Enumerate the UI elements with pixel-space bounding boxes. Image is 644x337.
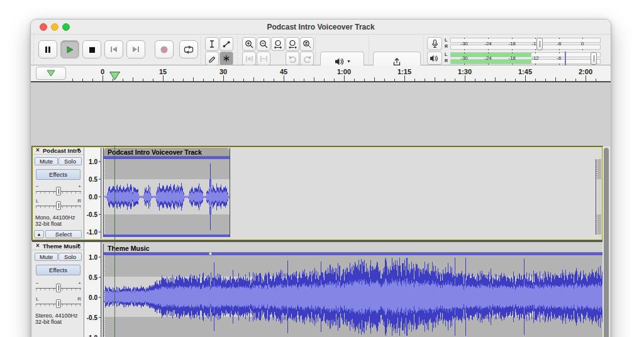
toolbar-gripper[interactable] [237, 36, 240, 64]
trim-audio-button[interactable] [242, 52, 256, 65]
fit-selection-icon [274, 40, 283, 49]
redo-button[interactable] [300, 52, 314, 65]
meter-scale-tick [535, 64, 536, 65]
solo-button[interactable]: Solo [58, 157, 82, 165]
zoom-out-button[interactable] [257, 37, 270, 51]
pan-slider[interactable]: L R [36, 296, 81, 309]
vertical-scrollbar-thumb[interactable] [604, 148, 609, 337]
gain-slider[interactable]: − + [36, 280, 81, 293]
gain-plus-label: + [78, 280, 81, 286]
toolbar-gripper[interactable] [423, 36, 426, 64]
clip-title[interactable]: Podcast Intro Voiceover Track [104, 148, 230, 157]
playback-meter-button[interactable] [427, 52, 442, 65]
zoom-toggle-button[interactable] [300, 37, 314, 51]
clip-left-edge-handle[interactable] [104, 255, 105, 337]
mute-button[interactable]: Mute [35, 253, 58, 261]
clip-podcast-intro[interactable]: Podcast Intro Voiceover Track [103, 148, 230, 237]
vertical-ruler-theme-music[interactable]: 1.00.50.0-0.5-1.01.00.50.0 [84, 242, 101, 337]
toolbar-gripper[interactable] [33, 36, 36, 64]
pan-slider[interactable]: L R [36, 198, 81, 211]
play-button[interactable] [60, 40, 79, 58]
clip-theme-music[interactable]: Theme Music [103, 244, 602, 337]
close-track-button[interactable]: × [34, 146, 42, 154]
effects-button[interactable]: Effects [36, 265, 80, 275]
vertical-ruler-tick [99, 179, 101, 180]
waveform-podcast-intro[interactable] [104, 159, 230, 235]
stop-button[interactable] [82, 40, 101, 58]
toolbar-gripper[interactable] [315, 36, 318, 64]
timeline-ruler[interactable]: 01530451:001:151:301:452:00 [31, 65, 611, 82]
waveform-theme-music-left[interactable] [104, 255, 602, 337]
record-meter-button[interactable] [427, 37, 442, 50]
record-button[interactable] [155, 40, 174, 58]
timeline-pin-button[interactable] [36, 67, 66, 80]
selection-tool-button[interactable] [205, 37, 219, 51]
vertical-ruler-label: 1.0 [89, 254, 97, 261]
track-name[interactable]: Theme Music [43, 243, 80, 250]
play-icon [65, 45, 75, 55]
clip-envelope-top[interactable] [104, 253, 602, 255]
timeline-tick [586, 75, 586, 81]
timeline-tick [284, 75, 284, 81]
title-bar: Podcast Intro Voiceover Track [31, 19, 611, 35]
fit-project-button[interactable] [286, 37, 299, 51]
meter-scale-tick [464, 38, 465, 39]
timeline-tick [334, 79, 335, 81]
zoom-in-button[interactable] [242, 37, 256, 51]
select-track-button[interactable]: Select [45, 230, 82, 238]
pause-button[interactable] [38, 40, 57, 58]
mute-button[interactable]: Mute [35, 157, 58, 165]
vertical-ruler-tick [99, 297, 101, 298]
pan-slider-thumb[interactable] [56, 201, 61, 210]
pan-slider-thumb[interactable] [56, 299, 61, 308]
collapse-track-button[interactable]: ▲ [34, 230, 44, 238]
loop-button[interactable] [179, 40, 198, 58]
timeline-label: 1:00 [337, 68, 351, 75]
undo-button[interactable] [286, 52, 299, 65]
effects-button[interactable]: Effects [36, 169, 80, 180]
timeline-tick [153, 79, 153, 81]
meter-scale-label: -30 [460, 41, 468, 47]
playback-meter[interactable]: L R -30-24-18-12-6 [445, 52, 601, 65]
clip-envelope-top[interactable] [104, 157, 230, 159]
timeline-label: 30 [219, 68, 227, 75]
playhead-marker[interactable] [109, 71, 121, 81]
toolbar-gripper[interactable] [369, 36, 372, 64]
track-menu-icon[interactable]: ▼ [76, 243, 81, 248]
fit-selection-button[interactable] [271, 37, 285, 51]
gain-slider-thumb[interactable] [56, 187, 61, 196]
clip-left-edge-handle[interactable] [104, 159, 105, 235]
track-menu-icon[interactable]: ▼ [76, 147, 81, 153]
timeline-tick [344, 75, 345, 81]
clip-left-edge-handle[interactable] [596, 159, 597, 235]
toolbar-gripper[interactable] [201, 36, 204, 64]
clip-envelope-bottom[interactable] [104, 235, 230, 237]
record-volume-slider[interactable] [536, 38, 543, 50]
envelope-tool-button[interactable] [219, 37, 233, 51]
skip-to-start-button[interactable] [104, 40, 123, 58]
zoom-out-icon [259, 40, 269, 49]
record-meter[interactable]: L R -30-24-18-12-60 [445, 37, 601, 51]
playback-volume-slider[interactable] [591, 52, 597, 65]
meter-scale-tick [512, 38, 513, 39]
gain-slider[interactable]: − + [36, 184, 81, 196]
gain-slider-thumb[interactable] [56, 284, 61, 292]
clip-title[interactable]: Theme Music [104, 244, 602, 253]
trim-audio-icon [245, 54, 254, 64]
clip-partial-right[interactable] [596, 159, 602, 235]
silence-audio-button[interactable] [257, 52, 270, 65]
timeline-tick [535, 79, 536, 81]
undo-icon [288, 54, 297, 64]
vertical-ruler-podcast-intro[interactable]: 1.00.50.0-0.5-1.0 [84, 146, 101, 240]
close-track-button[interactable]: × [34, 242, 42, 250]
vertical-scrollbar[interactable] [602, 146, 610, 337]
envelope-control-point[interactable] [209, 252, 212, 255]
multi-tool-button[interactable] [219, 52, 233, 65]
skip-to-end-button[interactable] [126, 40, 145, 58]
timeline-tick [304, 79, 304, 81]
draw-tool-button[interactable] [205, 52, 219, 65]
solo-button[interactable]: Solo [58, 253, 82, 261]
track-name[interactable]: Podcast Intro [43, 147, 81, 154]
timeline-label: 2:00 [579, 68, 592, 75]
meter-scale-tick [488, 64, 489, 65]
